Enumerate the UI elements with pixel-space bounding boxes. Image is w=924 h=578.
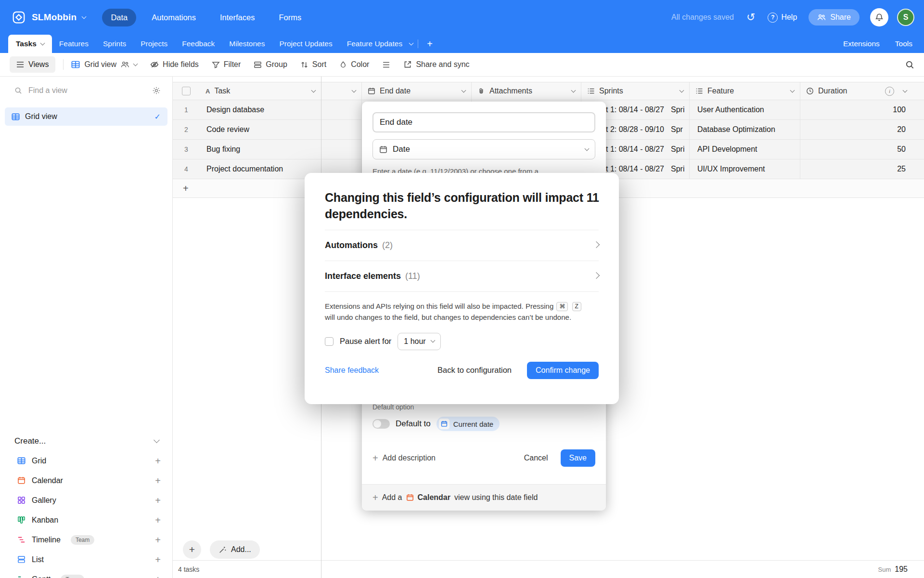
nav-automations[interactable]: Automations bbox=[143, 9, 205, 26]
add-record-button[interactable]: + bbox=[183, 540, 201, 559]
truncated-cell[interactable] bbox=[321, 120, 362, 139]
tab-project-updates[interactable]: Project Updates bbox=[272, 35, 339, 53]
interface-elements-row[interactable]: Interface elements (11) bbox=[325, 261, 599, 292]
column-chevron-icon[interactable] bbox=[680, 88, 684, 92]
field-type-select[interactable]: Date bbox=[372, 139, 595, 159]
column-chevron-icon[interactable] bbox=[903, 88, 908, 92]
column-summary[interactable]: Sum 195 bbox=[878, 565, 908, 574]
feature-cell[interactable]: Database Optimization bbox=[690, 120, 800, 139]
pause-duration-select[interactable]: 1 hour bbox=[398, 333, 440, 350]
tab-tasks[interactable]: Tasks bbox=[8, 35, 52, 53]
tab-overflow-chevron-icon[interactable] bbox=[410, 35, 413, 53]
feature-cell[interactable]: User Authentication bbox=[690, 100, 800, 119]
add-row-plus-icon[interactable]: + bbox=[173, 179, 321, 197]
current-view-button[interactable]: Grid view bbox=[71, 60, 137, 69]
default-toggle[interactable] bbox=[372, 419, 390, 429]
duration-cell[interactable]: 20 bbox=[800, 120, 924, 139]
column-header-attachments[interactable]: Attachments bbox=[472, 82, 581, 100]
column-header-duration[interactable]: Duration i bbox=[800, 82, 924, 100]
sidebar-item-gantt[interactable]: Gantt Team + bbox=[0, 569, 172, 578]
task-cell[interactable]: Design database bbox=[200, 100, 321, 119]
task-cell[interactable]: Project documentation bbox=[200, 159, 321, 179]
add-gantt-view-icon[interactable]: + bbox=[155, 575, 161, 578]
group-button[interactable]: Group bbox=[254, 60, 287, 69]
select-all-checkbox[interactable] bbox=[182, 87, 191, 95]
select-all-cell[interactable] bbox=[173, 82, 200, 100]
truncated-cell[interactable] bbox=[321, 140, 362, 159]
add-with-ai-button[interactable]: Add... bbox=[210, 540, 260, 559]
field-name-input[interactable]: End date bbox=[372, 112, 595, 132]
column-chevron-icon[interactable] bbox=[571, 88, 576, 92]
tab-milestones[interactable]: Milestones bbox=[222, 35, 272, 53]
duration-cell[interactable]: 50 bbox=[800, 140, 924, 159]
current-date-chip[interactable]: Current date bbox=[436, 417, 500, 431]
color-button[interactable]: Color bbox=[339, 60, 369, 69]
views-button[interactable]: Views bbox=[10, 56, 55, 73]
extensions-button[interactable]: Extensions bbox=[843, 39, 880, 48]
help-button[interactable]: ? Help bbox=[768, 13, 797, 23]
column-chevron-icon[interactable] bbox=[311, 88, 316, 92]
add-calendar-view-footer[interactable]: + Add a Calendar view using this date fi… bbox=[362, 484, 606, 511]
task-cell[interactable]: Code review bbox=[200, 120, 321, 139]
add-table-button[interactable]: + bbox=[423, 35, 436, 53]
column-header-sprints[interactable]: Sprints bbox=[581, 82, 690, 100]
add-grid-view-icon[interactable]: + bbox=[155, 456, 161, 466]
column-chevron-icon[interactable] bbox=[790, 88, 795, 92]
feature-cell[interactable]: UI/UX Improvement bbox=[690, 159, 800, 179]
filter-button[interactable]: Filter bbox=[212, 60, 241, 69]
feature-cell[interactable]: API Development bbox=[690, 140, 800, 159]
sidebar-item-calendar[interactable]: Calendar + bbox=[0, 471, 172, 490]
nav-forms[interactable]: Forms bbox=[270, 9, 310, 26]
column-header-task[interactable]: A Task bbox=[200, 82, 321, 100]
sidebar-item-timeline[interactable]: Timeline Team + bbox=[0, 530, 172, 550]
back-to-configuration-button[interactable]: Back to configuration bbox=[437, 366, 512, 375]
pause-alert-checkbox[interactable] bbox=[325, 337, 334, 346]
history-icon[interactable]: ↺ bbox=[746, 11, 755, 24]
share-button[interactable]: Share bbox=[808, 9, 860, 26]
column-header-feature[interactable]: Feature bbox=[690, 82, 800, 100]
tab-sprints[interactable]: Sprints bbox=[96, 35, 133, 53]
share-sync-button[interactable]: Share and sync bbox=[403, 60, 469, 69]
column-header-end-date[interactable]: End date bbox=[362, 82, 472, 100]
add-calendar-view-icon[interactable]: + bbox=[155, 476, 161, 486]
tab-feature-updates[interactable]: Feature Updates bbox=[340, 35, 410, 53]
add-kanban-view-icon[interactable]: + bbox=[155, 515, 161, 525]
column-header-truncated[interactable] bbox=[321, 82, 362, 100]
search-icon[interactable] bbox=[905, 60, 914, 69]
find-view-input[interactable]: Find a view bbox=[28, 86, 146, 95]
row-height-button[interactable] bbox=[382, 61, 390, 69]
tab-projects[interactable]: Projects bbox=[133, 35, 175, 53]
info-icon[interactable]: i bbox=[885, 87, 894, 96]
nav-interfaces[interactable]: Interfaces bbox=[211, 9, 263, 26]
tools-button[interactable]: Tools bbox=[895, 39, 912, 48]
sort-button[interactable]: Sort bbox=[300, 60, 326, 69]
save-button[interactable]: Save bbox=[561, 449, 595, 467]
sidebar-item-grid-view[interactable]: Grid view ✓ bbox=[5, 107, 167, 126]
app-logo-icon[interactable] bbox=[12, 10, 26, 25]
base-title[interactable]: SLMobbin bbox=[32, 12, 77, 23]
truncated-cell[interactable] bbox=[321, 100, 362, 119]
duration-cell[interactable]: 100 bbox=[800, 100, 924, 119]
tab-feedback[interactable]: Feedback bbox=[175, 35, 222, 53]
add-gallery-view-icon[interactable]: + bbox=[155, 496, 161, 505]
nav-data[interactable]: Data bbox=[102, 9, 136, 26]
sidebar-item-kanban[interactable]: Kanban + bbox=[0, 510, 172, 530]
hide-fields-button[interactable]: Hide fields bbox=[150, 60, 199, 69]
sidebar-item-gallery[interactable]: Gallery + bbox=[0, 490, 172, 510]
task-cell[interactable]: Bug fixing bbox=[200, 140, 321, 159]
base-chevron-icon[interactable] bbox=[82, 14, 87, 19]
view-settings-gear-icon[interactable] bbox=[152, 86, 161, 95]
sidebar-item-grid[interactable]: Grid + bbox=[0, 451, 172, 471]
automations-row[interactable]: Automations (2) bbox=[325, 230, 599, 261]
add-description-button[interactable]: + Add description bbox=[372, 453, 436, 463]
create-header[interactable]: Create... bbox=[0, 431, 172, 451]
duration-cell[interactable]: 25 bbox=[800, 159, 924, 179]
user-avatar[interactable]: S bbox=[897, 9, 914, 26]
sidebar-item-list[interactable]: List + bbox=[0, 550, 172, 569]
confirm-change-button[interactable]: Confirm change bbox=[527, 362, 599, 379]
add-timeline-view-icon[interactable]: + bbox=[155, 535, 161, 545]
column-chevron-icon[interactable] bbox=[462, 88, 466, 92]
add-list-view-icon[interactable]: + bbox=[155, 555, 161, 565]
column-chevron-icon[interactable] bbox=[352, 88, 357, 92]
cancel-button[interactable]: Cancel bbox=[524, 454, 548, 462]
